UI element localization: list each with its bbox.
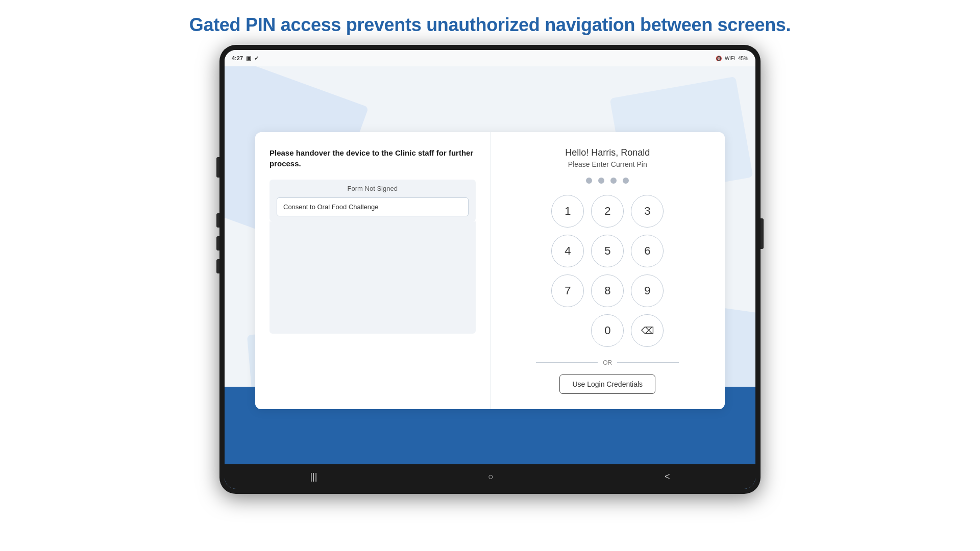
wifi-icon: WiFi [725,56,735,61]
form-empty-area [270,221,476,334]
right-panel: Hello! Harris, Ronald Please Enter Curre… [491,132,725,409]
tablet-screen: 4:27 ▣ ✓ 🔇 WiFi 45% Please handover the … [225,50,755,489]
screen-content: Please handover the device to the Clinic… [225,66,755,489]
form-item-text: Consent to Oral Food Challenge [283,203,378,211]
screenshot-icon: ▣ [246,55,251,62]
numpad-empty [551,314,584,347]
pin-dot-1 [586,178,592,184]
page-title: Gated PIN access prevents unauthorized n… [189,14,791,36]
numpad-9[interactable]: 9 [631,274,664,307]
numpad-2[interactable]: 2 [591,195,624,228]
recent-apps-icon[interactable]: ||| [310,471,317,482]
form-item: Consent to Oral Food Challenge [277,197,469,216]
use-login-credentials-button[interactable]: Use Login Credentials [559,374,655,394]
numpad-backspace[interactable]: ⌫ [631,314,664,347]
numpad-7[interactable]: 7 [551,274,584,307]
handover-instruction: Please handover the device to the Clinic… [270,147,476,170]
pin-dots [586,178,629,184]
hello-name: Hello! Harris, Ronald [565,147,650,158]
status-time: 4:27 ▣ ✓ [232,55,259,62]
form-not-signed-label: Form Not Signed [277,185,469,192]
volume-down-button-1[interactable] [216,213,219,228]
status-icons: 🔇 WiFi 45% [716,56,748,61]
numpad-8[interactable]: 8 [591,274,624,307]
power-button[interactable] [761,218,764,249]
pin-dot-2 [598,178,604,184]
volume-down-button-3[interactable] [216,259,219,273]
numpad-0[interactable]: 0 [591,314,624,347]
back-icon[interactable]: < [665,471,670,482]
home-icon[interactable]: ○ [488,471,494,482]
numpad-5[interactable]: 5 [591,235,624,267]
battery-display: 45% [738,56,748,61]
main-area: Please handover the device to the Clinic… [225,66,755,464]
tablet-shell: 4:27 ▣ ✓ 🔇 WiFi 45% Please handover the … [219,45,761,494]
numpad-1[interactable]: 1 [551,195,584,228]
mute-icon: 🔇 [716,56,722,61]
or-line-right [617,362,679,363]
or-text: OR [603,359,612,366]
nav-bar: ||| ○ < [225,464,755,489]
numpad-3[interactable]: 3 [631,195,664,228]
or-line-left [536,362,598,363]
numpad: 1 2 3 4 5 6 7 8 9 0 ⌫ [551,195,664,347]
pin-dot-4 [623,178,629,184]
enter-pin-text: Please Enter Current Pin [568,160,647,168]
left-panel: Please handover the device to the Clinic… [255,132,491,409]
or-divider: OR [536,359,679,366]
status-bar: 4:27 ▣ ✓ 🔇 WiFi 45% [225,50,755,66]
volume-up-button[interactable] [216,157,219,178]
numpad-6[interactable]: 6 [631,235,664,267]
pin-dot-3 [610,178,617,184]
numpad-4[interactable]: 4 [551,235,584,267]
check-icon: ✓ [254,55,259,62]
time-display: 4:27 [232,55,243,61]
main-card: Please handover the device to the Clinic… [255,132,725,409]
form-not-signed-container: Form Not Signed Consent to Oral Food Cha… [270,180,476,221]
volume-down-button-2[interactable] [216,236,219,251]
